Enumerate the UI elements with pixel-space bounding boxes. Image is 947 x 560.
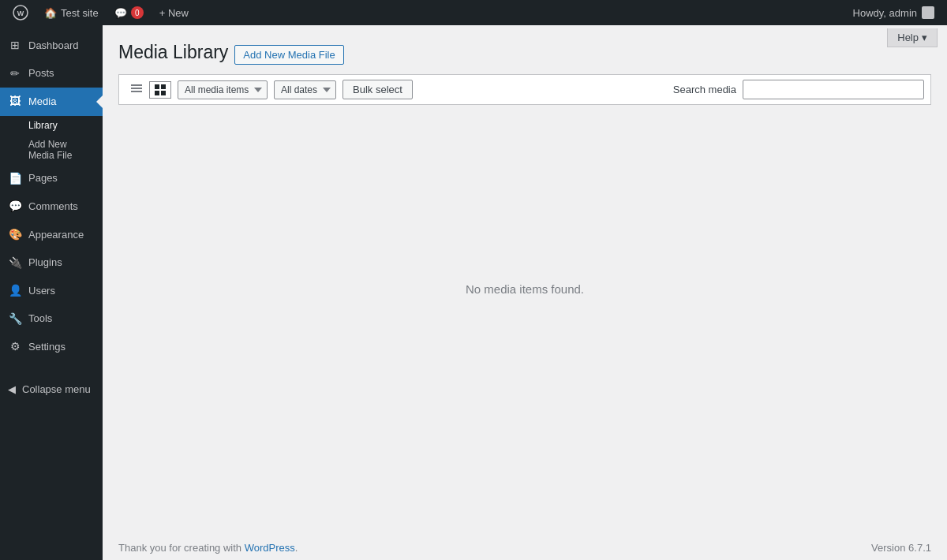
comments-count: 0 — [131, 6, 144, 19]
grid-view-button[interactable] — [149, 81, 171, 99]
admin-sidebar: ⊞ Dashboard ✏ Posts 🖼 Media Library Add … — [0, 25, 103, 560]
tools-icon: 🔧 — [8, 312, 22, 327]
users-icon: 👤 — [8, 283, 22, 299]
current-menu-arrow — [96, 95, 103, 108]
plugins-icon: 🔌 — [8, 256, 22, 271]
media-icon: 🖼 — [8, 94, 22, 110]
grid-view-icon — [155, 84, 166, 95]
collapse-menu-button[interactable]: ◀ Collapse menu — [0, 377, 103, 401]
sidebar-item-comments[interactable]: 💬 Comments — [0, 192, 103, 221]
dashboard-icon: ⊞ — [8, 38, 22, 54]
page-title-area: Media Library Add New Media File — [118, 41, 931, 65]
filter-bar: All media items All dates Bulk select Se… — [118, 74, 931, 105]
bulk-select-button[interactable]: Bulk select — [342, 80, 413, 99]
chevron-down-icon: ▾ — [922, 32, 927, 43]
sidebar-item-media[interactable]: 🖼 Media — [0, 88, 103, 116]
page-title: Media Library — [118, 41, 228, 65]
sidebar-item-label: Settings — [28, 340, 66, 354]
sidebar-item-appearance[interactable]: 🎨 Appearance — [0, 221, 103, 249]
sidebar-item-label: Tools — [28, 312, 52, 326]
sidebar-item-label: Comments — [28, 200, 78, 214]
wp-footer: Thank you for creating with WordPress. V… — [103, 536, 947, 560]
sidebar-item-label: Pages — [28, 171, 58, 185]
admin-avatar — [922, 6, 934, 19]
sidebar-item-label: Media — [28, 95, 56, 109]
page-wrap: Media Library Add New Media File — [118, 41, 931, 466]
search-media-label: Search media — [673, 84, 736, 95]
list-view-button[interactable] — [125, 81, 148, 99]
search-media-input[interactable] — [743, 80, 924, 99]
add-new-media-button[interactable]: Add New Media File — [234, 45, 343, 65]
sidebar-item-plugins[interactable]: 🔌 Plugins — [0, 249, 103, 278]
appearance-icon: 🎨 — [8, 227, 22, 243]
admin-bar: W 🏠 Test site 💬 0 + New Howdy, admin — [0, 0, 947, 25]
list-view-icon — [131, 84, 142, 95]
adminbar-comments[interactable]: 💬 0 — [108, 0, 150, 25]
sidebar-submenu-add-new[interactable]: Add New Media File — [0, 135, 103, 165]
home-icon: 🏠 — [44, 7, 57, 19]
main-content: Media Library Add New Media File — [103, 25, 947, 560]
comments-icon: 💬 — [114, 7, 127, 19]
sidebar-item-users[interactable]: 👤 Users — [0, 277, 103, 305]
no-media-message: No media items found. — [466, 282, 584, 296]
wordpress-link[interactable]: WordPress — [245, 542, 295, 554]
comments-icon: 💬 — [8, 199, 22, 215]
sidebar-item-posts[interactable]: ✏ Posts — [0, 60, 103, 88]
media-type-filter[interactable]: All media items — [178, 80, 268, 99]
posts-icon: ✏ — [8, 66, 22, 82]
adminbar-howdy[interactable]: Howdy, admin — [847, 6, 941, 19]
media-content-area: No media items found. — [118, 111, 931, 466]
sidebar-item-label: Posts — [28, 66, 54, 80]
adminbar-new[interactable]: + New — [153, 0, 195, 25]
adminbar-wp-logo[interactable]: W — [6, 0, 35, 25]
sidebar-item-label: Appearance — [28, 228, 84, 242]
svg-text:W: W — [17, 9, 24, 17]
view-switch — [125, 81, 171, 99]
sidebar-item-label: Users — [28, 284, 55, 298]
sidebar-item-pages[interactable]: 📄 Pages — [0, 165, 103, 193]
sidebar-item-tools[interactable]: 🔧 Tools — [0, 305, 103, 334]
sidebar-item-dashboard[interactable]: ⊞ Dashboard — [0, 32, 103, 60]
pages-icon: 📄 — [8, 171, 22, 187]
footer-version: Version 6.7.1 — [871, 542, 931, 554]
settings-icon: ⚙ — [8, 339, 22, 355]
collapse-icon: ◀ — [8, 383, 16, 395]
wp-body: Media Library Add New Media File — [103, 25, 947, 536]
sidebar-item-label: Dashboard — [28, 39, 79, 53]
sidebar-submenu-library[interactable]: Library — [0, 116, 103, 135]
help-button[interactable]: Help ▾ — [887, 28, 938, 47]
date-filter[interactable]: All dates — [274, 80, 336, 99]
sidebar-item-settings[interactable]: ⚙ Settings — [0, 333, 103, 361]
sidebar-item-label: Plugins — [28, 256, 62, 270]
footer-credit: Thank you for creating with WordPress. — [118, 542, 298, 554]
adminbar-site-name[interactable]: 🏠 Test site — [38, 0, 105, 25]
help-toggle: Help ▾ — [878, 25, 947, 50]
